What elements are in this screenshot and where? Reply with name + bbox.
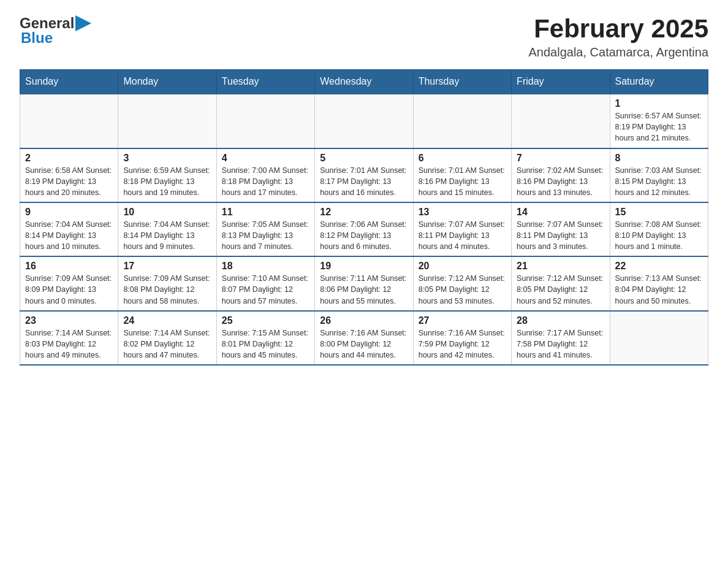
logo-triangle-icon	[75, 15, 91, 31]
calendar-cell: 15Sunrise: 7:08 AM Sunset: 8:10 PM Dayli…	[610, 202, 708, 256]
calendar-cell: 22Sunrise: 7:13 AM Sunset: 8:04 PM Dayli…	[610, 256, 708, 310]
day-info: Sunrise: 7:01 AM Sunset: 8:16 PM Dayligh…	[419, 165, 506, 198]
day-info: Sunrise: 7:09 AM Sunset: 8:08 PM Dayligh…	[123, 273, 211, 306]
day-info: Sunrise: 7:04 AM Sunset: 8:14 PM Dayligh…	[123, 219, 211, 252]
calendar-cell: 18Sunrise: 7:10 AM Sunset: 8:07 PM Dayli…	[216, 256, 314, 310]
calendar-cell	[512, 94, 610, 148]
calendar-cell: 12Sunrise: 7:06 AM Sunset: 8:12 PM Dayli…	[315, 202, 413, 256]
calendar-cell: 20Sunrise: 7:12 AM Sunset: 8:05 PM Dayli…	[413, 256, 511, 310]
calendar-cell: 8Sunrise: 7:03 AM Sunset: 8:15 PM Daylig…	[610, 148, 708, 202]
calendar-week-row: 23Sunrise: 7:14 AM Sunset: 8:03 PM Dayli…	[20, 311, 708, 365]
day-number: 9	[25, 207, 113, 218]
day-info: Sunrise: 7:07 AM Sunset: 8:11 PM Dayligh…	[517, 219, 604, 252]
page-header: General Blue February 2025 Andalgala, Ca…	[20, 15, 708, 59]
calendar-cell: 7Sunrise: 7:02 AM Sunset: 8:16 PM Daylig…	[512, 148, 610, 202]
svg-marker-0	[75, 15, 91, 31]
day-number: 28	[517, 315, 604, 326]
day-info: Sunrise: 7:04 AM Sunset: 8:14 PM Dayligh…	[25, 219, 113, 252]
day-number: 4	[222, 153, 309, 164]
day-number: 27	[419, 315, 506, 326]
title-area: February 2025 Andalgala, Catamarca, Arge…	[528, 15, 708, 59]
calendar-week-row: 1Sunrise: 6:57 AM Sunset: 8:19 PM Daylig…	[20, 94, 708, 148]
day-info: Sunrise: 7:16 AM Sunset: 8:00 PM Dayligh…	[320, 327, 408, 361]
day-number: 3	[123, 153, 211, 164]
day-info: Sunrise: 7:06 AM Sunset: 8:12 PM Dayligh…	[320, 219, 408, 252]
calendar-cell: 13Sunrise: 7:07 AM Sunset: 8:11 PM Dayli…	[413, 202, 511, 256]
calendar-cell: 3Sunrise: 6:59 AM Sunset: 8:18 PM Daylig…	[118, 148, 216, 202]
day-number: 26	[320, 315, 408, 326]
calendar-cell: 10Sunrise: 7:04 AM Sunset: 8:14 PM Dayli…	[118, 202, 216, 256]
day-number: 21	[517, 261, 604, 272]
location-title: Andalgala, Catamarca, Argentina	[528, 45, 708, 59]
day-info: Sunrise: 7:13 AM Sunset: 8:04 PM Dayligh…	[615, 273, 703, 306]
day-number: 5	[320, 153, 408, 164]
calendar-header-tuesday: Tuesday	[216, 70, 314, 94]
day-info: Sunrise: 6:57 AM Sunset: 8:19 PM Dayligh…	[615, 110, 703, 144]
day-number: 13	[419, 207, 506, 218]
calendar-cell: 1Sunrise: 6:57 AM Sunset: 8:19 PM Daylig…	[610, 94, 708, 148]
day-number: 20	[419, 261, 506, 272]
calendar-cell: 14Sunrise: 7:07 AM Sunset: 8:11 PM Dayli…	[512, 202, 610, 256]
day-info: Sunrise: 7:08 AM Sunset: 8:10 PM Dayligh…	[615, 219, 703, 252]
calendar-cell: 19Sunrise: 7:11 AM Sunset: 8:06 PM Dayli…	[315, 256, 413, 310]
day-info: Sunrise: 7:09 AM Sunset: 8:09 PM Dayligh…	[25, 273, 113, 306]
calendar-header-thursday: Thursday	[413, 70, 511, 94]
calendar-cell	[118, 94, 216, 148]
day-number: 17	[123, 261, 211, 272]
day-number: 14	[517, 207, 604, 218]
day-info: Sunrise: 7:11 AM Sunset: 8:06 PM Dayligh…	[320, 273, 408, 306]
day-number: 1	[615, 98, 703, 109]
calendar-cell	[20, 94, 118, 148]
calendar-header-wednesday: Wednesday	[315, 70, 413, 94]
calendar-cell	[216, 94, 314, 148]
calendar-cell: 6Sunrise: 7:01 AM Sunset: 8:16 PM Daylig…	[413, 148, 511, 202]
day-info: Sunrise: 7:01 AM Sunset: 8:17 PM Dayligh…	[320, 165, 408, 198]
day-number: 2	[25, 153, 113, 164]
calendar-cell: 26Sunrise: 7:16 AM Sunset: 8:00 PM Dayli…	[315, 311, 413, 365]
day-info: Sunrise: 7:07 AM Sunset: 8:11 PM Dayligh…	[419, 219, 506, 252]
calendar-cell: 23Sunrise: 7:14 AM Sunset: 8:03 PM Dayli…	[20, 311, 118, 365]
calendar-header-monday: Monday	[118, 70, 216, 94]
day-info: Sunrise: 7:14 AM Sunset: 8:02 PM Dayligh…	[123, 327, 211, 361]
day-number: 19	[320, 261, 408, 272]
day-number: 25	[222, 315, 309, 326]
day-info: Sunrise: 7:02 AM Sunset: 8:16 PM Dayligh…	[517, 165, 604, 198]
day-number: 8	[615, 153, 703, 164]
calendar-cell	[413, 94, 511, 148]
day-info: Sunrise: 7:16 AM Sunset: 7:59 PM Dayligh…	[419, 327, 506, 361]
day-info: Sunrise: 7:03 AM Sunset: 8:15 PM Dayligh…	[615, 165, 703, 198]
day-info: Sunrise: 6:59 AM Sunset: 8:18 PM Dayligh…	[123, 165, 211, 198]
day-info: Sunrise: 6:58 AM Sunset: 8:19 PM Dayligh…	[25, 165, 113, 198]
logo-blue-text: Blue	[21, 29, 53, 47]
day-number: 6	[419, 153, 506, 164]
calendar-header-saturday: Saturday	[610, 70, 708, 94]
calendar-cell: 9Sunrise: 7:04 AM Sunset: 8:14 PM Daylig…	[20, 202, 118, 256]
month-title: February 2025	[528, 15, 708, 43]
calendar-cell: 27Sunrise: 7:16 AM Sunset: 7:59 PM Dayli…	[413, 311, 511, 365]
day-info: Sunrise: 7:00 AM Sunset: 8:18 PM Dayligh…	[222, 165, 309, 198]
calendar-header-friday: Friday	[512, 70, 610, 94]
calendar-week-row: 16Sunrise: 7:09 AM Sunset: 8:09 PM Dayli…	[20, 256, 708, 310]
day-number: 12	[320, 207, 408, 218]
calendar-table: SundayMondayTuesdayWednesdayThursdayFrid…	[20, 69, 708, 366]
day-info: Sunrise: 7:10 AM Sunset: 8:07 PM Dayligh…	[222, 273, 309, 306]
day-info: Sunrise: 7:12 AM Sunset: 8:05 PM Dayligh…	[419, 273, 506, 306]
day-number: 16	[25, 261, 113, 272]
day-number: 15	[615, 207, 703, 218]
calendar-cell: 11Sunrise: 7:05 AM Sunset: 8:13 PM Dayli…	[216, 202, 314, 256]
day-number: 11	[222, 207, 309, 218]
day-info: Sunrise: 7:17 AM Sunset: 7:58 PM Dayligh…	[517, 327, 604, 361]
calendar-cell: 24Sunrise: 7:14 AM Sunset: 8:02 PM Dayli…	[118, 311, 216, 365]
day-number: 24	[123, 315, 211, 326]
day-number: 23	[25, 315, 113, 326]
day-number: 22	[615, 261, 703, 272]
calendar-cell: 16Sunrise: 7:09 AM Sunset: 8:09 PM Dayli…	[20, 256, 118, 310]
day-number: 18	[222, 261, 309, 272]
logo: General Blue	[20, 15, 91, 47]
calendar-header-row: SundayMondayTuesdayWednesdayThursdayFrid…	[20, 70, 708, 94]
calendar-cell: 5Sunrise: 7:01 AM Sunset: 8:17 PM Daylig…	[315, 148, 413, 202]
calendar-cell: 25Sunrise: 7:15 AM Sunset: 8:01 PM Dayli…	[216, 311, 314, 365]
day-info: Sunrise: 7:12 AM Sunset: 8:05 PM Dayligh…	[517, 273, 604, 306]
calendar-cell: 4Sunrise: 7:00 AM Sunset: 8:18 PM Daylig…	[216, 148, 314, 202]
calendar-week-row: 2Sunrise: 6:58 AM Sunset: 8:19 PM Daylig…	[20, 148, 708, 202]
